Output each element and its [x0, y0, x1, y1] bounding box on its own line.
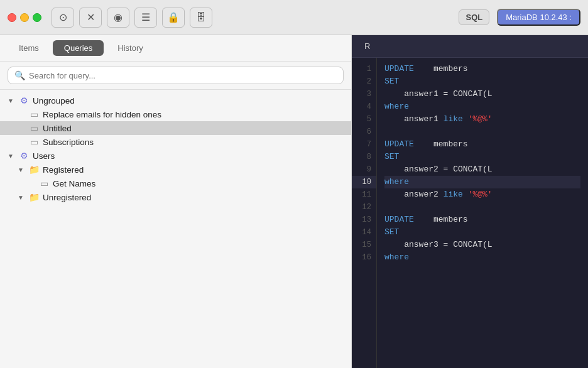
group-label: Ungrouped — [33, 96, 75, 106]
github-icon: ⊙ — [59, 11, 67, 23]
close-icon-button[interactable]: ✕ — [79, 8, 102, 28]
file-icon: ▭ — [28, 137, 40, 147]
eye-icon: ◉ — [114, 11, 122, 23]
search-icon: 🔍 — [14, 70, 25, 80]
sql-button[interactable]: SQL — [459, 9, 489, 25]
sidebar: Items Queries History 🔍 ▼ ⚙ Ungrouped ▭ — [0, 35, 352, 368]
code-line-4: where — [384, 100, 580, 113]
code-line-1: UPDATE members — [384, 63, 580, 75]
file-icon: ▭ — [38, 178, 50, 188]
file-icon: ▭ — [28, 109, 40, 119]
tree-item-subscriptions[interactable]: ▭ Subscriptions — [0, 135, 351, 149]
code-line-7: UPDATE members — [384, 138, 580, 151]
code-line-5: answer1 like '%@%' — [384, 113, 580, 126]
run-button[interactable]: R — [359, 40, 375, 52]
line-num-11: 11 — [352, 188, 376, 201]
chevron-down-icon: ▼ — [18, 166, 25, 173]
file-icon: ▭ — [28, 123, 40, 133]
tree-item-get-names[interactable]: ▭ Get Names — [0, 176, 351, 190]
code-line-2: SET — [384, 75, 580, 88]
line-num-10: 10 — [352, 176, 376, 188]
line-num-1: 1 — [352, 63, 376, 75]
maximize-button[interactable] — [33, 13, 41, 22]
code-line-6 — [384, 126, 580, 138]
query-label: Subscriptions — [43, 138, 94, 147]
lock-icon: 🔒 — [167, 11, 180, 23]
line-num-2: 2 — [352, 75, 376, 88]
line-num-3: 3 — [352, 88, 376, 100]
query-label: Untitled — [43, 124, 72, 133]
close-button[interactable] — [8, 13, 16, 22]
code-line-14: SET — [384, 226, 580, 239]
lock-icon-button[interactable]: 🔒 — [162, 8, 185, 28]
chevron-down-icon: ▼ — [18, 194, 25, 201]
folder-icon: 📁 — [28, 165, 40, 175]
db-connection-button[interactable]: MariaDB 10.2.43 : — [497, 9, 580, 26]
search-bar: 🔍 — [0, 62, 351, 90]
line-num-7: 7 — [352, 138, 376, 151]
lines-icon-button[interactable]: ☰ — [134, 8, 157, 28]
group-icon: ⚙ — [18, 95, 30, 106]
code-line-10: where — [384, 176, 580, 188]
line-num-5: 5 — [352, 113, 376, 126]
tab-history[interactable]: History — [106, 40, 154, 56]
code-line-12 — [384, 201, 580, 214]
line-num-6: 6 — [352, 126, 376, 138]
query-label: Get Names — [53, 179, 95, 188]
chevron-down-icon: ▼ — [8, 97, 15, 104]
tree-group-ungrouped[interactable]: ▼ ⚙ Ungrouped — [0, 94, 351, 107]
tree-folder-unregistered[interactable]: ▼ 📁 Unregistered — [0, 190, 351, 204]
folder-label: Unregistered — [43, 193, 91, 202]
tabs-bar: Items Queries History — [0, 35, 351, 62]
line-num-14: 14 — [352, 226, 376, 239]
editor-toolbar: R — [352, 35, 588, 58]
search-wrapper: 🔍 — [8, 67, 344, 84]
code-line-15: answer3 = CONCAT(L — [384, 239, 580, 251]
folder-label: Registered — [43, 165, 84, 175]
search-input[interactable] — [29, 71, 337, 80]
code-line-8: SET — [384, 151, 580, 163]
query-label: Replace emails for hidden ones — [43, 110, 161, 119]
line-num-9: 9 — [352, 163, 376, 176]
eye-icon-button[interactable]: ◉ — [107, 8, 129, 28]
line-num-12: 12 — [352, 201, 376, 214]
line-num-13: 13 — [352, 214, 376, 226]
code-line-9: answer2 = CONCAT(L — [384, 163, 580, 176]
code-editor: R 1 2 3 4 5 6 7 8 9 10 11 12 13 14 15 16 — [352, 35, 588, 368]
tree-item-untitled[interactable]: ▭ Untitled — [0, 121, 351, 135]
line-num-4: 4 — [352, 100, 376, 113]
tab-queries[interactable]: Queries — [53, 40, 104, 56]
chevron-down-icon: ▼ — [8, 153, 15, 160]
code-line-16: where — [384, 251, 580, 264]
line-numbers: 1 2 3 4 5 6 7 8 9 10 11 12 13 14 15 16 — [352, 58, 377, 368]
github-icon-button[interactable]: ⊙ — [52, 8, 74, 28]
code-line-3: answer1 = CONCAT(L — [384, 88, 580, 100]
database-icon: 🗄 — [196, 12, 206, 23]
x-icon: ✕ — [87, 11, 95, 23]
line-num-8: 8 — [352, 151, 376, 163]
tab-items[interactable]: Items — [8, 40, 50, 56]
tree-group-users[interactable]: ▼ ⚙ Users — [0, 149, 351, 163]
editor-content[interactable]: 1 2 3 4 5 6 7 8 9 10 11 12 13 14 15 16 U… — [352, 58, 588, 368]
traffic-lights — [8, 13, 41, 22]
lines-icon: ☰ — [141, 11, 150, 23]
tree-item-replace-emails[interactable]: ▭ Replace emails for hidden ones — [0, 107, 351, 121]
query-tree: ▼ ⚙ Ungrouped ▭ Replace emails for hidde… — [0, 90, 351, 368]
tree-folder-registered[interactable]: ▼ 📁 Registered — [0, 163, 351, 176]
code-line-11: answer2 like '%@%' — [384, 188, 580, 201]
main-content: Items Queries History 🔍 ▼ ⚙ Ungrouped ▭ — [0, 35, 588, 368]
folder-icon: 📁 — [28, 192, 40, 202]
titlebar: ⊙ ✕ ◉ ☰ 🔒 🗄 SQL MariaDB 10.2.43 : — [0, 0, 588, 35]
db-icon-button[interactable]: 🗄 — [190, 8, 212, 28]
group-icon: ⚙ — [18, 151, 30, 161]
code-line-13: UPDATE members — [384, 214, 580, 226]
line-num-15: 15 — [352, 239, 376, 251]
code-content[interactable]: UPDATE members SET answer1 = CONCAT(L wh… — [377, 58, 588, 368]
minimize-button[interactable] — [20, 13, 29, 22]
line-num-16: 16 — [352, 251, 376, 264]
group-label: Users — [33, 151, 55, 161]
